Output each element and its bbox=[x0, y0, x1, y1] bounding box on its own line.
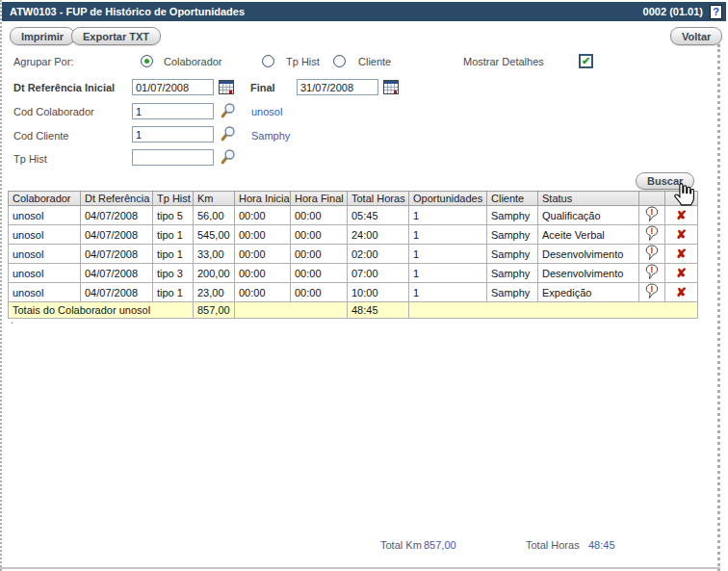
dt-referencia-inicial-input[interactable] bbox=[132, 79, 214, 95]
dt-referencia-inicial-label: Dt Referência Inicial bbox=[13, 82, 115, 93]
observation-cell[interactable]: ! bbox=[639, 225, 665, 245]
delete-cell[interactable]: ✘ bbox=[665, 206, 698, 225]
table-header-row: ColaboradorDt ReferênciaTp HistKmHora In… bbox=[9, 192, 698, 206]
col-header-hora-inicial: Hora Inicial bbox=[235, 192, 291, 206]
mostrar-detalhes-checkbox[interactable]: ✔ bbox=[579, 54, 593, 68]
svg-text:!: ! bbox=[651, 246, 654, 255]
cell-oportunidades: 1 bbox=[409, 264, 487, 283]
observation-balloon-icon: ! bbox=[645, 245, 659, 261]
radio-tp-hist[interactable] bbox=[262, 55, 274, 67]
cell-total-horas: 24:00 bbox=[348, 225, 409, 245]
cell-hora-inicial: 00:00 bbox=[235, 264, 291, 283]
radio-cliente-label: Cliente bbox=[358, 56, 391, 67]
tp-hist-label: Tp Hist bbox=[13, 153, 47, 165]
delete-cell[interactable]: ✘ bbox=[665, 264, 698, 283]
search-icon[interactable] bbox=[221, 102, 236, 118]
observation-cell[interactable]: ! bbox=[639, 206, 665, 225]
calendar-icon[interactable] bbox=[383, 80, 399, 94]
table-row: unosol04/07/2008tipo 1545,0000:0000:0024… bbox=[9, 225, 698, 245]
delete-x-icon: ✘ bbox=[676, 285, 687, 299]
cell-hora-final: 00:00 bbox=[291, 206, 348, 225]
page-border-left bbox=[0, 0, 2, 571]
imprimir-button[interactable]: Imprimir bbox=[10, 27, 75, 45]
cell-hora-inicial: 00:00 bbox=[235, 206, 291, 225]
col-header-oportunidades: Oportunidades bbox=[409, 192, 487, 206]
cell-dt-referencia: 04/07/2008 bbox=[81, 245, 153, 264]
svg-text:!: ! bbox=[651, 207, 654, 217]
svg-text:!: ! bbox=[651, 226, 654, 236]
observation-balloon-icon: ! bbox=[645, 283, 659, 299]
cell-total-horas: 07:00 bbox=[348, 264, 409, 283]
cell-status: Qualificação bbox=[538, 206, 639, 225]
cliente-name: Samphy bbox=[251, 130, 290, 142]
total-horas-label: Total Horas bbox=[526, 539, 580, 551]
help-icon[interactable]: ? bbox=[710, 5, 722, 19]
calendar-icon[interactable] bbox=[219, 80, 234, 94]
radio-colaborador[interactable] bbox=[141, 55, 153, 67]
check-icon: ✔ bbox=[582, 56, 590, 66]
cell-km: 545,00 bbox=[194, 225, 235, 245]
exportar-txt-button[interactable]: Exportar TXT bbox=[71, 27, 161, 45]
delete-cell[interactable]: ✘ bbox=[665, 245, 698, 264]
delete-cell[interactable]: ✘ bbox=[665, 225, 698, 245]
cell-tp-hist: tipo 1 bbox=[153, 245, 194, 264]
cod-cliente-input[interactable] bbox=[132, 126, 214, 143]
colaborador-name: unosol bbox=[251, 106, 282, 117]
cell-colaborador: unosol bbox=[9, 225, 81, 245]
cell-hora-inicial: 00:00 bbox=[235, 283, 291, 302]
cell-cliente: Samphy bbox=[487, 225, 538, 245]
cell-cliente: Samphy bbox=[487, 206, 538, 225]
cell-dt-referencia: 04/07/2008 bbox=[81, 283, 153, 302]
cell-total-horas: 10:00 bbox=[348, 283, 409, 302]
page-border-right bbox=[717, 44, 720, 571]
totals-km: 857,00 bbox=[194, 302, 235, 319]
cell-status: Desenvolvimento bbox=[538, 264, 639, 283]
col-header-total-horas: Total Horas bbox=[348, 192, 409, 206]
observation-cell[interactable]: ! bbox=[639, 283, 665, 302]
page-border-bottom bbox=[0, 567, 720, 569]
tp-hist-input[interactable] bbox=[132, 149, 214, 166]
cell-km: 33,00 bbox=[194, 245, 235, 264]
cell-colaborador: unosol bbox=[9, 245, 81, 264]
cell-oportunidades: 1 bbox=[409, 245, 487, 264]
radio-cliente[interactable] bbox=[333, 55, 346, 67]
version-label: 0002 (01.01) bbox=[643, 6, 703, 17]
results-table-body: unosol04/07/2008tipo 556,0000:0000:0005:… bbox=[9, 206, 698, 302]
dt-referencia-final-input[interactable] bbox=[297, 79, 378, 95]
cell-hora-final: 00:00 bbox=[291, 225, 348, 245]
cell-colaborador: unosol bbox=[9, 264, 81, 283]
observation-balloon-icon: ! bbox=[645, 264, 659, 280]
observation-cell[interactable]: ! bbox=[639, 264, 665, 283]
observation-balloon-icon: ! bbox=[645, 206, 659, 222]
totals-total-horas: 48:45 bbox=[348, 302, 409, 319]
totals-row: Totais do Colaborador unosol 857,00 48:4… bbox=[9, 302, 698, 319]
cell-cliente: Samphy bbox=[487, 283, 538, 302]
cell-total-horas: 02:00 bbox=[348, 245, 409, 264]
cell-total-horas: 05:45 bbox=[348, 206, 409, 225]
cell-hora-final: 00:00 bbox=[291, 283, 348, 302]
voltar-button[interactable]: Voltar bbox=[670, 27, 722, 45]
col-header-icon bbox=[665, 192, 698, 206]
cell-status: Expedição bbox=[538, 283, 639, 302]
results-table: ColaboradorDt ReferênciaTp HistKmHora In… bbox=[8, 191, 698, 319]
cell-status: Aceite Verbal bbox=[538, 225, 639, 245]
totals-spacer-1 bbox=[235, 302, 348, 319]
search-icon[interactable] bbox=[221, 148, 236, 165]
table-row: unosol04/07/2008tipo 556,0000:0000:0005:… bbox=[9, 206, 698, 225]
observation-cell[interactable]: ! bbox=[639, 245, 665, 264]
cell-km: 200,00 bbox=[194, 264, 235, 283]
buscar-button[interactable]: Buscar bbox=[636, 172, 694, 190]
agrupar-por-label: Agrupar Por: bbox=[13, 56, 73, 67]
cell-tp-hist: tipo 5 bbox=[153, 206, 194, 225]
search-icon[interactable] bbox=[221, 125, 236, 142]
delete-cell[interactable]: ✘ bbox=[665, 283, 698, 302]
cod-colaborador-input[interactable] bbox=[132, 103, 214, 119]
cell-colaborador: unosol bbox=[9, 206, 81, 225]
cell-cliente: Samphy bbox=[487, 264, 538, 283]
col-header-hora-final: Hora Final bbox=[291, 192, 348, 206]
col-header-dt-referencia: Dt Referência bbox=[81, 192, 153, 206]
delete-x-icon: ✘ bbox=[676, 247, 687, 261]
col-header-tp-hist: Tp Hist bbox=[153, 192, 194, 206]
observation-balloon-icon: ! bbox=[645, 225, 659, 242]
cell-hora-inicial: 00:00 bbox=[235, 225, 291, 245]
